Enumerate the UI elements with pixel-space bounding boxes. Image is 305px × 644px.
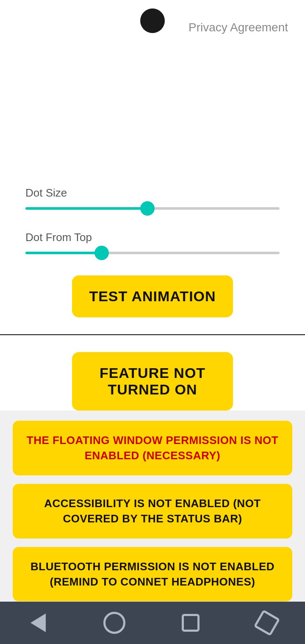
home-icon <box>103 612 125 634</box>
warnings-area: THE FLOATING WINDOW PERMISSION IS NOT EN… <box>0 411 305 620</box>
preview-area <box>0 55 305 186</box>
dot-indicator <box>140 8 165 33</box>
controls-area: Dot Size Dot From Top <box>0 186 305 254</box>
nav-rotate-button[interactable] <box>250 606 284 640</box>
dot-from-top-group: Dot From Top <box>25 231 280 254</box>
nav-back-button[interactable] <box>21 606 55 640</box>
dot-size-thumb[interactable] <box>140 201 155 216</box>
nav-home-button[interactable] <box>97 606 131 640</box>
dot-size-group: Dot Size <box>25 186 280 210</box>
dot-size-fill <box>25 207 147 210</box>
warning-card-2[interactable]: BLUETOOTH PERMISSION IS NOT ENABLED (REM… <box>13 547 292 602</box>
dot-size-slider[interactable] <box>25 207 280 210</box>
dot-size-label: Dot Size <box>25 186 280 200</box>
nav-recents-button[interactable] <box>174 606 208 640</box>
top-bar: Privacy Agreement <box>0 0 305 55</box>
privacy-agreement-link[interactable]: Privacy Agreement <box>189 21 288 34</box>
dot-top-fill <box>25 252 102 254</box>
navigation-bar <box>0 602 305 644</box>
warning-card-0[interactable]: THE FLOATING WINDOW PERMISSION IS NOT EN… <box>13 421 292 475</box>
rotate-icon <box>254 610 280 636</box>
dot-top-thumb[interactable] <box>94 246 109 260</box>
test-animation-button[interactable]: TEST ANIMATION <box>72 275 233 317</box>
dot-from-top-slider[interactable] <box>25 252 280 254</box>
back-icon <box>30 613 46 632</box>
warning-card-1[interactable]: ACCESSIBILITY IS NOT ENABLED (NOT COVERE… <box>13 484 292 539</box>
feature-not-turned-on-button[interactable]: FEATURE NOT TURNED ON <box>72 352 233 411</box>
dot-from-top-label: Dot From Top <box>25 231 280 244</box>
recents-icon <box>182 614 200 632</box>
divider <box>0 334 305 335</box>
